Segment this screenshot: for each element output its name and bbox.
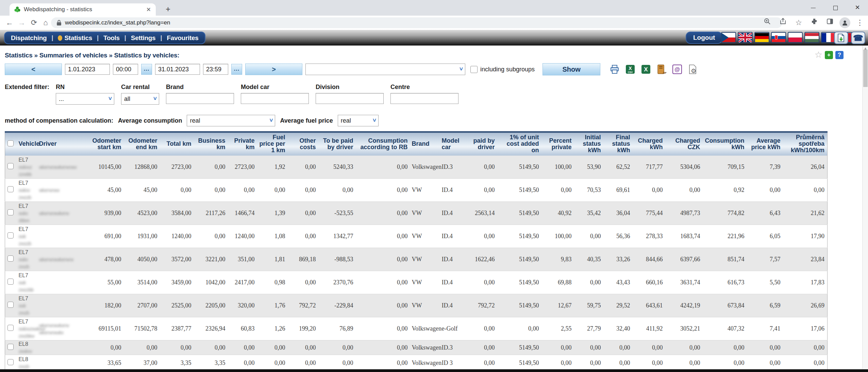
add-favourite-button[interactable]: + [825, 51, 833, 59]
column-header-business-km[interactable]: Business km [194, 132, 228, 156]
column-header-driver[interactable]: Driver [38, 132, 88, 156]
row-checkbox[interactable] [7, 163, 14, 169]
window-close-button[interactable]: ✕ [847, 0, 868, 16]
slovak-flag-icon[interactable] [771, 32, 786, 43]
date-from-input[interactable] [65, 64, 110, 75]
division-input[interactable] [316, 93, 384, 104]
date-from-picker-button[interactable]: ... [141, 64, 152, 75]
row-checkbox[interactable] [7, 209, 14, 215]
previous-period-button[interactable]: < [5, 64, 62, 75]
polish-flag-icon[interactable] [788, 32, 803, 43]
column-header-charged-kwh[interactable]: Charged kWh [633, 132, 666, 156]
avg-consumption-select[interactable]: real ˅ [187, 115, 275, 126]
home-icon[interactable]: ⌂ [39, 17, 52, 29]
bookmark-star-icon[interactable]: ☆ [792, 17, 805, 29]
vehicle-cell[interactable]: EL7 xwkxvzxwkxvzzxxzbkw [17, 317, 38, 340]
column-header-odometer-start-km[interactable]: Odometer start km [88, 132, 124, 156]
export-zip-button[interactable]: ZIP [656, 64, 667, 75]
column-header-brand[interactable]: Brand [411, 132, 440, 156]
model-car-input[interactable] [241, 93, 309, 104]
column-header-pr-m-rn-spot-eba-kwh-100km[interactable]: Průměrná spotřeba kWh/100km [783, 132, 828, 156]
date-to-picker-button[interactable]: ... [231, 64, 242, 75]
reload-icon[interactable]: ⟳ [28, 17, 40, 29]
rn-select[interactable]: ... ˅ [56, 93, 114, 105]
forward-icon[interactable]: → [16, 17, 28, 29]
send-email-button[interactable]: @ [671, 64, 683, 75]
mobile-phone-button[interactable]: ☎ [851, 32, 865, 44]
back-icon[interactable]: ← [3, 17, 16, 29]
vehicle-cell[interactable]: EL7 xwkzxxzzbb [17, 271, 38, 294]
menu-item-statistics[interactable]: Statistics [58, 34, 92, 42]
vehicle-cell[interactable]: EL7 xwkzxxzzb [17, 225, 38, 248]
row-checkbox[interactable] [7, 255, 14, 262]
vehicle-cell[interactable]: EL7 xwkxzxxzb [17, 248, 38, 271]
menu-item-favourites[interactable]: Favourites [167, 34, 198, 42]
row-checkbox[interactable] [7, 279, 14, 285]
column-header-fuel-price-per-1-km[interactable]: Fuel price per 1 km [257, 132, 288, 156]
column-header-1-of-unit-cost-added-on[interactable]: 1% of unit cost added on [498, 132, 542, 156]
avg-fuel-price-select[interactable]: real ˅ [338, 115, 379, 126]
export-excel-button[interactable]: X [640, 64, 652, 75]
english-flag-icon[interactable] [738, 32, 753, 43]
vehicle-cell[interactable]: EL7 xwkxvzzzxxbb [17, 156, 38, 179]
column-header-paid-by-driver[interactable]: paid by driver [465, 132, 498, 156]
czech-flag-icon[interactable] [721, 32, 736, 43]
hungarian-flag-icon[interactable] [804, 32, 819, 43]
column-header-vehicle[interactable]: Vehicle [17, 132, 38, 156]
next-period-button[interactable]: > [245, 64, 302, 75]
vehicle-cell[interactable]: EL8zxxzb [17, 355, 38, 371]
time-from-input[interactable] [113, 64, 138, 75]
profile-avatar[interactable] [839, 17, 850, 28]
export-page-button[interactable] [834, 32, 848, 44]
new-tab-button[interactable]: + [163, 4, 173, 15]
vehicle-cell[interactable]: EL8 zxwkxv [17, 340, 38, 355]
row-checkbox[interactable] [7, 302, 14, 308]
row-checkbox[interactable] [7, 232, 14, 238]
row-checkbox[interactable] [7, 325, 14, 331]
menu-item-dispatching[interactable]: Dispatching [11, 34, 47, 42]
select-all-checkbox[interactable] [7, 140, 14, 146]
page-scrollbar[interactable]: ▲ [862, 46, 868, 372]
side-panel-icon[interactable] [824, 17, 836, 29]
brand-input[interactable] [166, 93, 234, 104]
row-checkbox[interactable] [7, 344, 14, 350]
column-header-private-km[interactable]: Private km [228, 132, 257, 156]
car-rental-select[interactable]: all ˅ [121, 93, 159, 105]
vehicle-cell[interactable]: EL7 xwkzxxzb [17, 294, 38, 317]
scrollbar-thumb[interactable] [863, 50, 868, 87]
centre-input[interactable] [390, 93, 458, 104]
url-bar[interactable]: webdispecink.cz/index_stat.php?lang=en [51, 17, 782, 28]
column-header-charged-czk[interactable]: Charged CZK [666, 132, 703, 156]
date-to-input[interactable] [155, 64, 200, 75]
window-maximize-button[interactable] [825, 0, 846, 16]
time-to-input[interactable] [203, 64, 228, 75]
menu-item-tools[interactable]: Tools [103, 34, 120, 42]
favourite-star-icon[interactable]: ☆ [815, 50, 822, 60]
column-header-total-km[interactable]: Total km [160, 132, 194, 156]
german-flag-icon[interactable] [754, 32, 769, 43]
column-header-odometer-end-km[interactable]: Odometer end km [124, 132, 160, 156]
menu-item-settings[interactable]: Settings [131, 34, 156, 42]
column-header-model-car[interactable]: Model car [440, 132, 465, 156]
column-header-to-be-paid-by-driver[interactable]: To be paid by driver [319, 132, 356, 156]
report-settings-button[interactable]: ⚙ [687, 64, 699, 75]
export-csv-button[interactable]: X CSV [624, 64, 636, 75]
help-button[interactable]: ? [835, 51, 844, 59]
column-header-initial-status-kwh[interactable]: Initial status kWh [574, 132, 604, 156]
tab-close-icon[interactable]: ✕ [146, 6, 151, 13]
row-checkbox[interactable] [7, 359, 14, 365]
column-header-final-status-kwh[interactable]: Final status kWh [604, 132, 633, 156]
logout-button[interactable]: Logout [686, 32, 722, 44]
column-header-average-price-kwh[interactable]: Average price kWh [747, 132, 783, 156]
including-subgroups-checkbox[interactable] [470, 66, 478, 73]
row-checkbox[interactable] [7, 186, 14, 192]
print-button[interactable] [609, 64, 620, 75]
vehicle-cell[interactable]: EL7 xwkxzbbxx [17, 202, 38, 225]
zoom-icon[interactable] [761, 17, 773, 29]
browser-tab[interactable]: Webdispatching - statistics ✕ [10, 3, 156, 16]
window-minimize-button[interactable] [803, 0, 824, 16]
column-header-consumption-kwh[interactable]: Consumption kWh [703, 132, 747, 156]
vehicle-group-select[interactable]: ˅ [305, 64, 465, 75]
browser-menu-icon[interactable]: ⋮ [854, 17, 866, 29]
extensions-puzzle-icon[interactable] [808, 17, 820, 29]
